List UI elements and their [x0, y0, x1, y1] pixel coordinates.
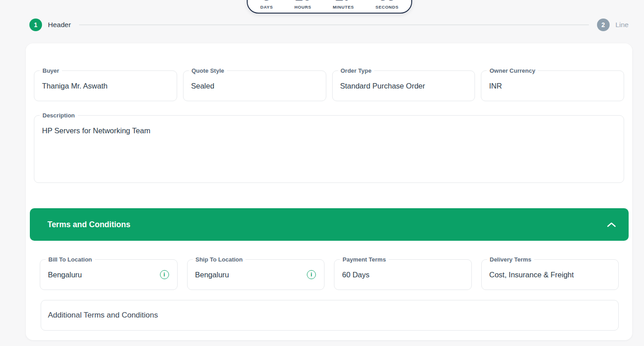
hours-label: HOURS — [294, 5, 311, 9]
buyer-value: Thaniga Mr. Aswath — [34, 82, 108, 90]
seconds-label: SECONDS — [376, 5, 399, 9]
description-label: Description — [40, 112, 78, 119]
stepper-connector — [79, 24, 589, 25]
bill-to-location-label: Bill To Location — [46, 256, 95, 263]
step-1-circle: 1 — [29, 19, 42, 31]
terms-and-conditions-title: Terms and Conditions — [30, 220, 130, 229]
ship-to-location-value: Bengaluru — [188, 271, 229, 279]
quote-style-value: Sealed — [183, 82, 214, 90]
countdown-days: 3 DAYS — [260, 0, 273, 9]
chevron-up-icon[interactable] — [607, 222, 616, 227]
countdown-timer: 3 DAYS 16 HOURS 27 MINUTES 33 SECONDS — [247, 0, 412, 14]
header-form-card: Buyer Thaniga Mr. Aswath Quote Style Sea… — [26, 43, 632, 340]
info-icon[interactable]: i — [307, 270, 316, 279]
payment-terms-value: 60 Days — [334, 271, 370, 279]
hours-value: 16 — [295, 0, 311, 3]
order-type-value: Standard Purchase Order — [333, 82, 425, 90]
quote-style-label: Quote Style — [189, 67, 227, 75]
description-field[interactable]: Description HP Servers for Networking Te… — [34, 115, 624, 183]
days-value: 3 — [263, 0, 271, 3]
countdown-hours: 16 HOURS — [294, 0, 311, 9]
owner-currency-field[interactable]: Owner Currency INR — [481, 70, 624, 101]
info-icon[interactable]: i — [160, 270, 169, 279]
delivery-terms-field[interactable]: Delivery Terms Cost, Insurance & Freight — [481, 259, 619, 290]
minutes-value: 27 — [335, 0, 352, 3]
stepper: 1 Header 2 Line — [0, 19, 644, 31]
ship-to-location-label: Ship To Location — [193, 256, 245, 263]
buyer-label: Buyer — [40, 67, 62, 75]
owner-currency-value: INR — [481, 82, 502, 90]
step-line[interactable]: 2 Line — [597, 19, 629, 31]
days-label: DAYS — [260, 5, 273, 9]
step-2-label: Line — [616, 21, 629, 29]
buyer-field[interactable]: Buyer Thaniga Mr. Aswath — [34, 70, 177, 101]
countdown-minutes: 27 MINUTES — [333, 0, 354, 9]
minutes-label: MINUTES — [333, 5, 354, 9]
owner-currency-label: Owner Currency — [487, 67, 538, 75]
additional-terms-placeholder: Additional Terms and Conditions — [41, 311, 158, 320]
quote-style-field[interactable]: Quote Style Sealed — [183, 70, 326, 101]
step-2-circle: 2 — [597, 19, 610, 31]
ship-to-location-field[interactable]: Ship To Location Bengaluru i — [187, 259, 325, 290]
order-type-label: Order Type — [338, 67, 374, 75]
countdown-seconds: 33 SECONDS — [376, 0, 399, 9]
payment-terms-field[interactable]: Payment Terms 60 Days — [334, 259, 472, 290]
countdown-inner: 3 DAYS 16 HOURS 27 MINUTES 33 SECONDS — [248, 0, 411, 13]
seconds-value: 33 — [379, 0, 395, 3]
delivery-terms-label: Delivery Terms — [487, 256, 534, 263]
additional-terms-field[interactable]: Additional Terms and Conditions — [41, 300, 619, 331]
order-type-field[interactable]: Order Type Standard Purchase Order — [332, 70, 475, 101]
bill-to-location-field[interactable]: Bill To Location Bengaluru i — [40, 259, 178, 290]
delivery-terms-value: Cost, Insurance & Freight — [482, 271, 574, 279]
step-header[interactable]: 1 Header — [29, 19, 71, 31]
payment-terms-label: Payment Terms — [340, 256, 389, 263]
terms-and-conditions-header[interactable]: Terms and Conditions — [30, 208, 629, 241]
bill-to-location-value: Bengaluru — [40, 271, 82, 279]
terms-fields-row: Bill To Location Bengaluru i Ship To Loc… — [40, 259, 619, 290]
step-1-label: Header — [48, 21, 71, 29]
header-fields-row: Buyer Thaniga Mr. Aswath Quote Style Sea… — [34, 70, 624, 101]
